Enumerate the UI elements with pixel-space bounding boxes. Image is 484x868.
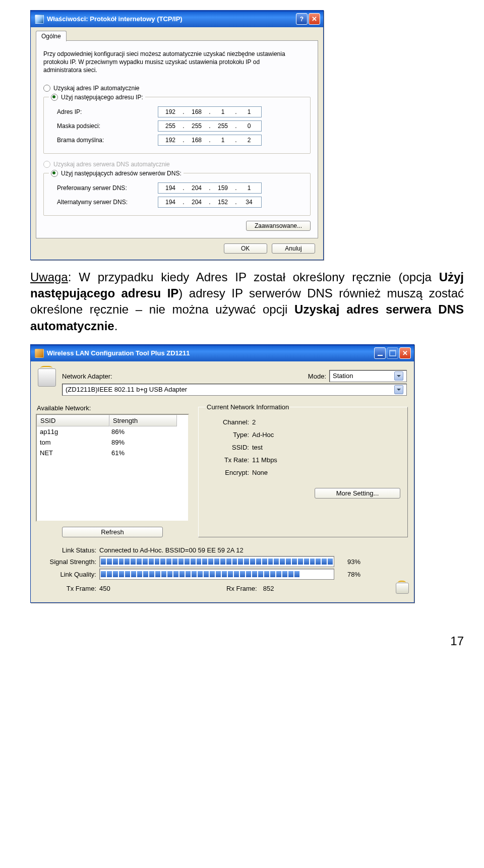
gw-input[interactable]: 192. 168. 1. 2 bbox=[158, 135, 262, 146]
current-info-legend: Current Network Information bbox=[206, 403, 290, 411]
tcpip-body: Ogólne Przy odpowiedniej konfiguracji si… bbox=[31, 27, 323, 260]
radio-label: Uzyskaj adres serwera DNS automatycznie bbox=[53, 161, 170, 168]
cancel-button[interactable]: Anuluj bbox=[272, 243, 315, 254]
list-item[interactable]: NET61% bbox=[37, 448, 188, 458]
radio-icon bbox=[51, 170, 58, 177]
link-status-value: Connected to Ad-Hoc. BSSID=00 59 EE 59 2… bbox=[99, 546, 244, 554]
channel-value: 2 bbox=[252, 418, 256, 426]
close-button[interactable] bbox=[399, 347, 411, 359]
radio-manual-dns[interactable]: Użyj następujących adresów serwerów DNS: bbox=[51, 170, 182, 177]
ip-input[interactable]: 192. 168. 1. 1 bbox=[158, 106, 262, 117]
tab-general[interactable]: Ogólne bbox=[36, 31, 67, 41]
manual-ip-group: Użyj następującego adresu IP: Adres IP: … bbox=[43, 94, 311, 154]
dialog-icon bbox=[35, 15, 44, 24]
ssid-key: SSID: bbox=[206, 444, 252, 451]
rxframe-key: Rx Frame: bbox=[226, 585, 257, 592]
list-item[interactable]: tom89% bbox=[37, 437, 188, 448]
tcpip-dialog: Właściwości: Protokół internetowy (TCP/I… bbox=[30, 10, 324, 260]
rate-value: 11 Mbps bbox=[252, 456, 277, 464]
radio-icon bbox=[51, 94, 58, 101]
list-item[interactable]: ap11g86% bbox=[37, 426, 188, 437]
ok-button[interactable]: OK bbox=[224, 243, 267, 254]
mode-select[interactable]: Station bbox=[329, 370, 407, 382]
adapter-select[interactable]: (ZD1211B)IEEE 802.11 b+g USB Adapter bbox=[62, 384, 407, 396]
channel-key: Channel: bbox=[206, 418, 252, 426]
txframe-value: 450 bbox=[99, 585, 130, 592]
minimize-button[interactable] bbox=[374, 347, 386, 359]
tab-pane: Przy odpowiedniej konfiguracji sieci moż… bbox=[36, 40, 318, 238]
dns1-label: Preferowany serwer DNS: bbox=[49, 184, 158, 192]
radio-icon bbox=[43, 85, 50, 92]
more-setting-button[interactable]: More Setting... bbox=[315, 488, 400, 499]
quality-bar bbox=[99, 569, 334, 580]
adapter-caption: Network Adapter: bbox=[62, 373, 112, 380]
radio-auto-ip[interactable]: Uzyskaj adres IP automatycznie bbox=[43, 83, 311, 94]
signal-bar bbox=[99, 556, 334, 567]
radio-label: Uzyskaj adres IP automatycznie bbox=[53, 85, 140, 92]
mode-caption: Mode: bbox=[308, 373, 326, 380]
available-caption: Available Network: bbox=[37, 404, 189, 412]
mask-label: Maska podsieci: bbox=[49, 122, 158, 130]
current-info-group: Current Network Information Channel:2 Ty… bbox=[198, 403, 408, 537]
txframe-key: Tx Frame: bbox=[36, 585, 96, 592]
ssid-value: test bbox=[252, 444, 263, 451]
encrypt-value: None bbox=[252, 469, 268, 476]
mask-input[interactable]: 255. 255. 255. 0 bbox=[158, 120, 262, 132]
chevron-down-icon bbox=[394, 371, 403, 381]
radio-auto-dns: Uzyskaj adres serwera DNS automatycznie bbox=[43, 159, 311, 170]
dns2-input[interactable]: 194. 204. 152. 34 bbox=[158, 197, 262, 208]
wlan-body: Network Adapter: Mode: Station (ZD1211B)… bbox=[31, 361, 414, 602]
rate-key: Tx Rate: bbox=[206, 456, 252, 464]
col-strength[interactable]: Strength bbox=[109, 415, 177, 426]
page-number: 17 bbox=[0, 622, 484, 653]
type-key: Type: bbox=[206, 431, 252, 439]
quality-key: Link Quality: bbox=[36, 571, 96, 578]
dialog-icon bbox=[35, 349, 44, 358]
maximize-button[interactable] bbox=[387, 347, 398, 359]
help-button[interactable] bbox=[296, 13, 308, 25]
signal-key: Signal Strength: bbox=[36, 558, 96, 566]
gw-label: Brama domyślna: bbox=[49, 137, 158, 144]
link-status-key: Link Status: bbox=[36, 546, 96, 554]
dns1-input[interactable]: 194. 204. 159. 1 bbox=[158, 182, 262, 194]
note-text: Uwaga: W przypadku kiedy Adres IP został… bbox=[30, 269, 464, 335]
quality-value: 78% bbox=[337, 571, 360, 578]
col-ssid[interactable]: SSID bbox=[37, 415, 109, 426]
radio-label: Użyj następujących adresów serwerów DNS: bbox=[61, 170, 182, 177]
manual-dns-group: Użyj następujących adresów serwerów DNS:… bbox=[43, 170, 311, 216]
network-list[interactable]: SSID Strength ap11g86%tom89%NET61% bbox=[36, 414, 189, 522]
radio-manual-ip[interactable]: Użyj następującego adresu IP: bbox=[51, 94, 143, 101]
tcpip-title: Właściwości: Protokół internetowy (TCP/I… bbox=[47, 15, 295, 23]
tcpip-titlebar: Właściwości: Protokół internetowy (TCP/I… bbox=[31, 11, 323, 27]
type-value: Ad-Hoc bbox=[252, 431, 274, 439]
signal-value: 93% bbox=[337, 558, 360, 566]
wlan-title: Wireless LAN Configuration Tool Plus ZD1… bbox=[47, 349, 373, 357]
ip-label: Adres IP: bbox=[49, 108, 158, 115]
wlan-titlebar: Wireless LAN Configuration Tool Plus ZD1… bbox=[31, 345, 414, 361]
intro-text: Przy odpowiedniej konfiguracji sieci moż… bbox=[43, 50, 295, 75]
advanced-button[interactable]: Zaawansowane... bbox=[246, 221, 311, 231]
radio-icon bbox=[43, 161, 50, 168]
device-icon bbox=[38, 368, 56, 387]
wlan-dialog: Wireless LAN Configuration Tool Plus ZD1… bbox=[30, 344, 414, 603]
radio-label: Użyj następującego adresu IP: bbox=[61, 94, 143, 101]
dns2-label: Alternatywny serwer DNS: bbox=[49, 199, 158, 206]
rxframe-value: 852 bbox=[263, 585, 274, 592]
zd-icon bbox=[396, 583, 409, 594]
close-button[interactable] bbox=[309, 13, 320, 25]
refresh-button[interactable]: Refresh bbox=[62, 527, 163, 537]
chevron-down-icon bbox=[394, 385, 403, 394]
encrypt-key: Encrypt: bbox=[206, 469, 252, 476]
